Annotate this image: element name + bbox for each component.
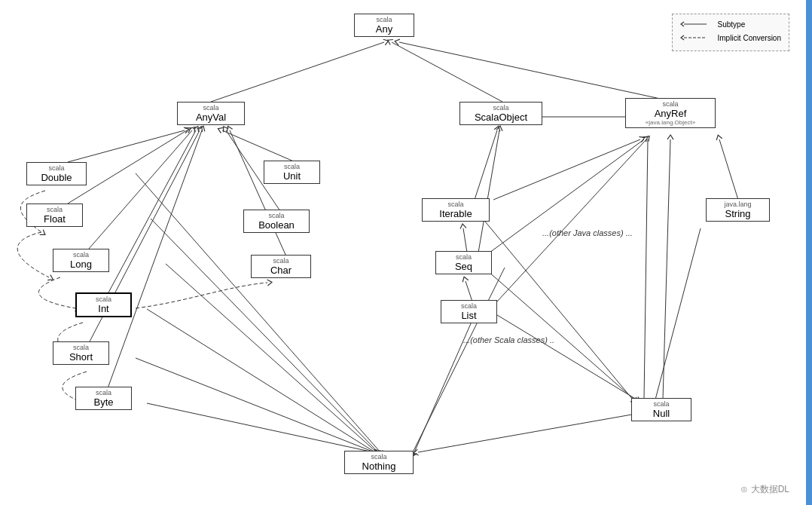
- svg-line-31: [644, 139, 648, 399]
- node-boolean-pkg: scala: [249, 212, 304, 219]
- node-anyref-pkg: scala: [630, 100, 710, 108]
- svg-line-23: [151, 219, 378, 452]
- svg-line-5: [89, 130, 192, 249]
- svg-line-27: [147, 403, 374, 452]
- svg-line-3: [68, 130, 185, 162]
- node-string-name: String: [711, 208, 765, 219]
- svg-line-20: [475, 130, 497, 200]
- node-unit: scala Unit: [264, 161, 320, 184]
- other-scala-text: ...(other Scala classes) ..: [463, 335, 554, 344]
- node-scalaobject: scala ScalaObject: [459, 102, 542, 125]
- svg-line-16: [719, 139, 738, 200]
- node-list-name: List: [446, 310, 492, 321]
- legend-implicit: Implicit Conversion: [680, 32, 781, 43]
- node-anyref: scala AnyRef «java.lang.Object»: [625, 98, 716, 128]
- svg-line-35: [478, 213, 633, 399]
- legend-implicit-label: Implicit Conversion: [718, 34, 781, 42]
- svg-line-33: [497, 315, 636, 399]
- node-anyval: scala AnyVal: [177, 102, 245, 125]
- diagram-container: scala Any scala AnyVal scala AnyRef «jav…: [0, 0, 812, 505]
- svg-line-30: [413, 268, 505, 452]
- node-scalaobject-name: ScalaObject: [465, 112, 537, 123]
- node-string-pkg: java.lang: [711, 200, 765, 208]
- node-short-name: Short: [58, 351, 104, 363]
- svg-line-24: [166, 264, 377, 452]
- node-long-pkg: scala: [58, 251, 104, 259]
- svg-line-19: [466, 281, 472, 301]
- node-seq: scala Seq: [435, 251, 492, 274]
- svg-line-9: [222, 130, 295, 162]
- node-iterable-name: Iterable: [427, 208, 484, 219]
- node-list: scala List: [441, 300, 497, 323]
- svg-line-18: [463, 228, 467, 252]
- svg-line-8: [108, 130, 202, 388]
- node-any-pkg: scala: [359, 16, 409, 23]
- node-unit-pkg: scala: [269, 163, 315, 170]
- node-iterable: scala Iterable: [422, 198, 490, 222]
- node-byte-pkg: scala: [81, 389, 127, 396]
- svg-line-26: [136, 358, 374, 452]
- arrows-svg: [0, 0, 812, 505]
- node-string: java.lang String: [706, 198, 770, 222]
- svg-line-15: [497, 139, 646, 301]
- node-long-name: Long: [58, 259, 104, 270]
- node-int-name: Int: [81, 303, 126, 314]
- svg-line-11: [230, 130, 286, 256]
- node-char: scala Char: [251, 255, 311, 278]
- node-null-pkg: scala: [636, 400, 686, 408]
- node-char-pkg: scala: [256, 257, 306, 265]
- node-seq-pkg: scala: [441, 253, 487, 261]
- node-long: scala Long: [53, 249, 109, 272]
- node-any: scala Any: [354, 14, 414, 37]
- node-byte-name: Byte: [81, 396, 127, 408]
- node-nothing: scala Nothing: [344, 451, 414, 474]
- node-iterable-pkg: scala: [427, 200, 484, 208]
- node-double: scala Double: [26, 162, 87, 185]
- node-null: scala Null: [631, 398, 691, 421]
- node-anyval-name: AnyVal: [182, 112, 240, 123]
- node-short: scala Short: [53, 341, 109, 365]
- other-java-text: ...(other Java classes) ...: [542, 228, 633, 237]
- node-short-pkg: scala: [58, 344, 104, 351]
- node-any-name: Any: [359, 23, 409, 35]
- svg-line-34: [482, 266, 634, 399]
- node-boolean: scala Boolean: [243, 210, 310, 233]
- node-int-pkg: scala: [81, 295, 126, 303]
- svg-line-0: [211, 42, 384, 102]
- legend-subtype-label: Subtype: [718, 20, 746, 29]
- node-anyref-name: AnyRef: [630, 108, 710, 119]
- legend: Subtype Implicit Conversion: [672, 14, 789, 51]
- svg-line-32: [655, 228, 701, 399]
- svg-line-6: [108, 130, 196, 294]
- node-nothing-pkg: scala: [350, 453, 408, 461]
- node-char-name: Char: [256, 265, 306, 276]
- node-float-pkg: scala: [32, 206, 78, 213]
- svg-line-2: [392, 42, 502, 102]
- node-unit-name: Unit: [269, 170, 315, 182]
- node-double-name: Double: [32, 172, 81, 183]
- node-double-pkg: scala: [32, 164, 81, 172]
- node-anyref-sub: «java.lang.Object»: [630, 119, 710, 126]
- node-int: scala Int: [75, 292, 132, 317]
- svg-line-1: [399, 42, 674, 102]
- node-list-pkg: scala: [446, 302, 492, 310]
- node-seq-name: Seq: [441, 261, 487, 272]
- node-byte: scala Byte: [75, 387, 132, 410]
- node-null-name: Null: [636, 408, 686, 419]
- watermark-text: ⊙ 大数据DL: [740, 484, 789, 494]
- node-nothing-name: Nothing: [350, 461, 408, 472]
- svg-line-29: [418, 413, 640, 452]
- legend-subtype: Subtype: [680, 19, 781, 29]
- node-scalaobject-pkg: scala: [465, 104, 537, 112]
- svg-line-13: [493, 139, 640, 200]
- node-float-name: Float: [32, 213, 78, 225]
- svg-line-17: [663, 139, 670, 399]
- node-float: scala Float: [26, 204, 83, 227]
- svg-line-21: [478, 130, 499, 252]
- watermark: ⊙ 大数据DL: [740, 483, 789, 496]
- node-anyval-pkg: scala: [182, 104, 240, 112]
- svg-line-25: [147, 309, 375, 452]
- node-boolean-name: Boolean: [249, 219, 304, 231]
